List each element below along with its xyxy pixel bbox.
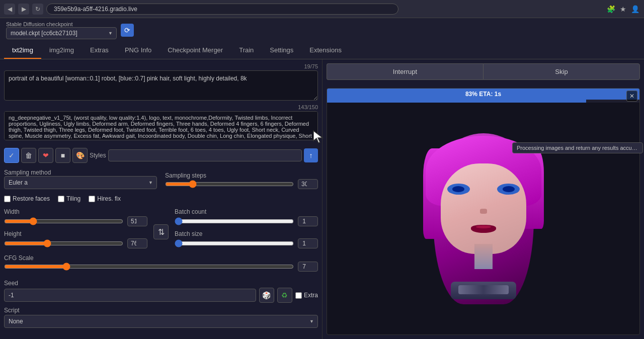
restore-faces-checkbox[interactable]: Restore faces xyxy=(4,195,50,202)
tiling-checkbox[interactable]: Tiling xyxy=(58,195,80,202)
batch-count-slider[interactable] xyxy=(175,217,294,225)
batch-size-slider[interactable] xyxy=(175,239,294,247)
model-label: Stable Diffusion checkpoint xyxy=(6,21,117,27)
seed-section: Seed -1 🎲 ♻ Extra xyxy=(0,276,322,307)
image-output: 83% ETA: 1s xyxy=(327,88,640,335)
close-icon: ✕ xyxy=(629,93,634,100)
sampling-steps-wrap: 30 xyxy=(165,179,318,189)
neg-prompt-input[interactable]: ng_deepnegative_v1_75t, (worst quality, … xyxy=(4,111,318,140)
model-bar: Stable Diffusion checkpoint model.ckpt [… xyxy=(0,18,644,42)
tab-img2img[interactable]: img2img xyxy=(41,42,82,59)
seed-extra-checkbox[interactable]: Extra xyxy=(295,292,318,299)
browser-toolbar: 🧩 ★ 👤 xyxy=(606,4,640,14)
cfg-slider-wrap: 7 xyxy=(4,262,318,272)
tab-extras[interactable]: Extras xyxy=(82,42,117,59)
heart-style-button[interactable]: ❤ xyxy=(38,148,53,163)
seed-extra-label: Extra xyxy=(304,292,318,299)
hires-fix-checkbox[interactable]: Hires. fix xyxy=(89,195,121,202)
nav-forward-button[interactable]: ▶ xyxy=(18,4,29,15)
seed-recycle-button[interactable]: ♻ xyxy=(277,288,292,303)
checkboxes-row: Restore faces Tiling Hires. fix xyxy=(4,193,318,204)
seed-label: Seed xyxy=(4,280,318,287)
cfg-label: CFG Scale xyxy=(4,255,44,262)
app-container: Stable Diffusion checkpoint model.ckpt [… xyxy=(0,18,644,339)
nav-tabs: txt2img img2img Extras PNG Info Checkpoi… xyxy=(0,42,644,59)
sampling-method-label: Sampling method xyxy=(4,169,59,176)
height-slider[interactable] xyxy=(4,239,123,247)
image-close-button[interactable]: ✕ xyxy=(626,91,637,102)
dice-icon: 🎲 xyxy=(262,291,271,299)
recycle-icon: ♻ xyxy=(281,291,288,299)
sampling-steps-label: Sampling steps xyxy=(165,172,220,179)
check-style-button[interactable]: ✓ xyxy=(4,148,19,163)
tab-settings[interactable]: Settings xyxy=(262,42,301,59)
tab-checkpoint-merger[interactable]: Checkpoint Merger xyxy=(159,42,231,59)
action-buttons-row: Interrupt Skip xyxy=(323,59,644,84)
batch-count-label: Batch count xyxy=(175,208,318,215)
style-icons-row: ✓ 🗑 ❤ ■ 🎨 Styles ↑ xyxy=(0,146,322,165)
swap-dimensions-button[interactable]: ⇅ xyxy=(153,224,169,239)
tab-train[interactable]: Train xyxy=(231,42,262,59)
styles-label: Styles xyxy=(90,152,106,159)
batch-size-value[interactable]: 1 xyxy=(298,238,318,248)
styles-dropdown[interactable] xyxy=(108,149,302,161)
dimensions-row: Width 512 Height 768 ⇅ xyxy=(4,208,318,248)
width-value[interactable]: 512 xyxy=(127,216,147,226)
right-panel: Interrupt Skip Processing images and ret… xyxy=(322,59,644,339)
sampling-method-select[interactable]: Euler a xyxy=(4,176,157,189)
refresh-icon: ⟳ xyxy=(124,26,130,34)
styles-apply-button[interactable]: ↑ xyxy=(304,148,318,162)
settings-section: Sampling method Euler a Sampling steps 3… xyxy=(0,165,322,276)
extensions-icon[interactable]: 🧩 xyxy=(606,4,616,14)
generated-image-wrap xyxy=(327,103,639,334)
profile-icon[interactable]: 👤 xyxy=(630,4,640,14)
model-refresh-button[interactable]: ⟳ xyxy=(121,24,134,37)
nav-back-button[interactable]: ◀ xyxy=(4,4,15,15)
processing-tooltip: Processing images and return any results… xyxy=(512,142,643,153)
palette-style-button[interactable]: 🎨 xyxy=(72,148,88,163)
model-select-wrap: model.ckpt [cc6cb27103] xyxy=(6,27,117,39)
script-section: Script None xyxy=(0,307,322,332)
interrupt-button[interactable]: Interrupt xyxy=(327,63,483,80)
seed-row: -1 🎲 ♻ Extra xyxy=(4,288,318,303)
cfg-slider[interactable] xyxy=(4,263,294,271)
bookmark-icon[interactable]: ★ xyxy=(618,4,628,14)
main-content: 19/75 portrait of a beautiful [woman::0.… xyxy=(0,59,644,339)
script-select-wrap: None xyxy=(4,315,318,328)
sampling-select-wrap: Euler a xyxy=(4,176,157,189)
left-panel: 19/75 portrait of a beautiful [woman::0.… xyxy=(0,59,322,339)
progress-label: 83% ETA: 1s xyxy=(327,89,639,100)
progress-bar-container: 83% ETA: 1s xyxy=(327,89,639,103)
sampling-steps-value[interactable]: 30 xyxy=(298,179,318,189)
prompt-input[interactable]: portrait of a beautiful [woman::0.1] rob… xyxy=(4,70,318,101)
neg-prompt-counter: 143/150 xyxy=(4,104,318,110)
height-value[interactable]: 768 xyxy=(127,238,147,248)
swap-icon: ⇅ xyxy=(158,227,165,237)
script-select[interactable]: None xyxy=(4,315,318,328)
batch-size-label: Batch size xyxy=(175,230,318,237)
prompt-counter: 19/75 xyxy=(4,63,318,69)
browser-chrome: ◀ ▶ ↻ 🧩 ★ 👤 xyxy=(0,0,644,18)
styles-apply-icon: ↑ xyxy=(309,151,313,159)
script-label: Script xyxy=(4,307,318,314)
prompt-section: 19/75 portrait of a beautiful [woman::0.… xyxy=(0,59,322,146)
batch-count-value[interactable]: 1 xyxy=(298,216,318,226)
seed-dice-button[interactable]: 🎲 xyxy=(259,288,274,303)
square-style-button[interactable]: ■ xyxy=(55,148,70,163)
sampling-steps-slider[interactable] xyxy=(165,180,294,188)
width-label: Width xyxy=(4,208,147,215)
seed-input[interactable]: -1 xyxy=(4,289,256,302)
skip-button[interactable]: Skip xyxy=(483,63,640,80)
tab-png-info[interactable]: PNG Info xyxy=(117,42,159,59)
height-label: Height xyxy=(4,230,147,237)
tab-extensions[interactable]: Extensions xyxy=(301,42,350,59)
batch-col: Batch count 1 Batch size 1 xyxy=(175,208,318,248)
model-select[interactable]: model.ckpt [cc6cb27103] xyxy=(6,27,117,39)
url-bar[interactable] xyxy=(46,4,398,15)
tab-txt2img[interactable]: txt2img xyxy=(4,42,41,59)
width-slider[interactable] xyxy=(4,217,123,225)
trash-style-button[interactable]: 🗑 xyxy=(21,148,36,163)
nav-refresh-button[interactable]: ↻ xyxy=(32,4,43,15)
width-col: Width 512 Height 768 xyxy=(4,208,147,248)
cfg-value[interactable]: 7 xyxy=(298,262,318,272)
